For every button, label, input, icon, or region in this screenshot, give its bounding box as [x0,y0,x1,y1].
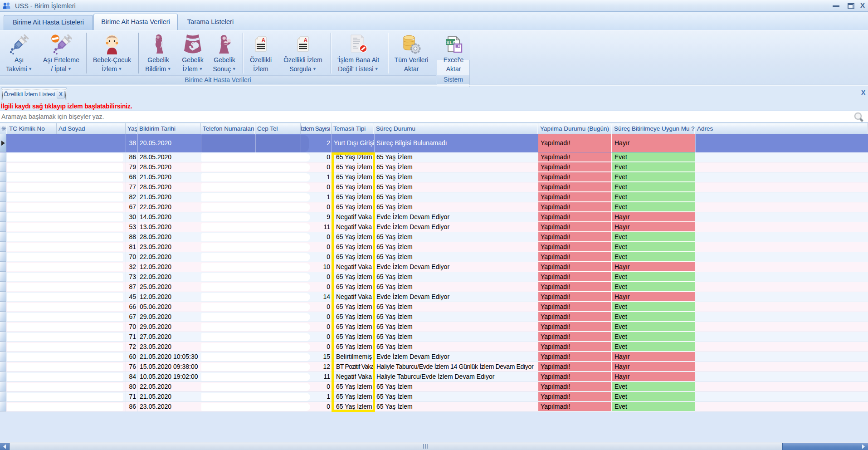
svg-text:A: A [304,37,308,44]
svg-text:A: A [262,37,266,44]
